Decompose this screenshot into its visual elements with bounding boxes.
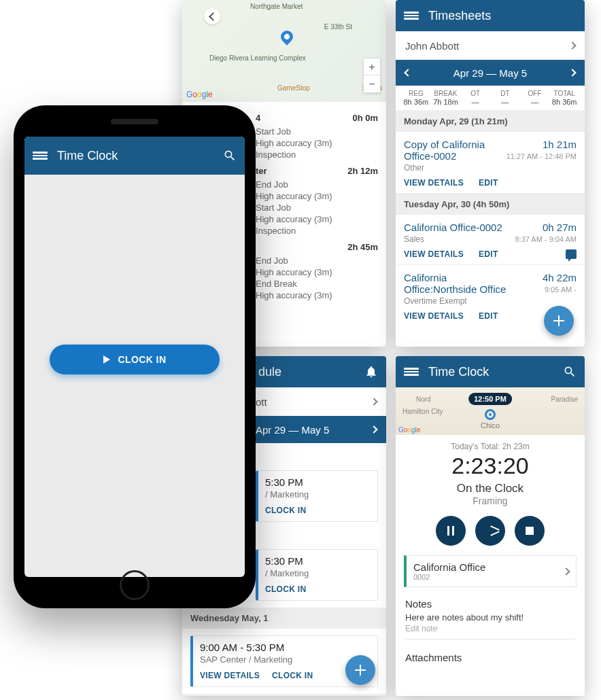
entry-duration: 0h 27m [543, 222, 577, 233]
person-name: ott [256, 396, 267, 408]
menu-icon[interactable] [404, 10, 419, 21]
stat-value: 8h 36m [401, 98, 431, 106]
edit-link[interactable]: EDIT [479, 178, 498, 188]
time-clock-title: Time Clock [428, 365, 563, 379]
google-logo: Google [186, 90, 213, 99]
day-header: Tuesday Apr, 30 (4h 50m) [396, 194, 585, 215]
page-title: Time Clock [57, 149, 223, 163]
stat-label: OFF [520, 90, 550, 97]
timesheets-topbar: Timesheets [396, 0, 585, 31]
view-details-link[interactable]: VIEW DETAILS [404, 311, 464, 321]
search-icon[interactable] [563, 365, 577, 379]
phone-mockup: Time Clock CLOCK IN [14, 105, 256, 608]
log-line: End Job [256, 255, 378, 266]
stat-value: — [460, 98, 490, 106]
person-selector[interactable]: John Abbott [396, 31, 585, 60]
seg-label: 4 [256, 113, 260, 123]
clock-in-link[interactable]: CLOCK IN [265, 506, 306, 515]
phone-screen: Time Clock CLOCK IN [24, 137, 245, 577]
clock-in-button[interactable]: CLOCK IN [50, 345, 220, 374]
job-selector[interactable]: California Office 0002 [404, 555, 577, 587]
timer-display: 2:23:20 [396, 453, 585, 479]
timesheet-entry[interactable]: Copy of California Office-0002 1h 21m 11… [396, 132, 585, 194]
stat-value: 8h 36m [549, 98, 579, 106]
edit-link[interactable]: EDIT [479, 249, 498, 259]
menu-icon[interactable] [33, 150, 48, 161]
entry-category: Other [404, 163, 577, 173]
stat-value: — [490, 98, 520, 106]
seg-duration: 0h 0m [352, 113, 378, 123]
zoom-in[interactable]: + [364, 58, 380, 75]
shift-card[interactable]: 5:30 PM / Marketing CLOCK IN [256, 470, 378, 522]
log-line: Inspection [256, 225, 378, 237]
timesheets-title: Timesheets [428, 9, 577, 23]
stat-label: TOTAL [549, 90, 579, 97]
edit-link[interactable]: EDIT [479, 311, 498, 321]
timesheets-card: Timesheets John Abbott Apr 29 — May 5 RE… [396, 0, 585, 347]
week-range: Apr 29 — May 5 [453, 67, 527, 79]
shift-card[interactable]: 5:30 PM / Marketing CLOCK IN [256, 549, 378, 601]
seg-label: ter [256, 166, 267, 176]
view-details-link[interactable]: VIEW DETAILS [404, 249, 464, 259]
add-fab[interactable] [544, 306, 574, 336]
edit-note-link[interactable]: Edit note [405, 624, 575, 633]
entry-name: Copy of California Office-0002 [404, 139, 513, 162]
stop-button[interactable] [515, 516, 545, 546]
entry-name: California Office-0002 [404, 222, 513, 233]
week-range: Apr 29 — May 5 [256, 424, 371, 436]
chevron-right-icon [370, 398, 377, 405]
job-code: 0002 [413, 573, 564, 581]
stat-label: OT [460, 90, 490, 97]
chevron-right-icon [370, 425, 377, 433]
switch-button[interactable] [475, 516, 505, 546]
task-name: Framing [396, 495, 585, 506]
clock-in-link[interactable]: CLOCK IN [265, 584, 306, 594]
pause-button[interactable] [436, 516, 466, 546]
stat-value: — [520, 98, 550, 106]
phone-earpiece [111, 119, 158, 124]
swap-icon [484, 525, 496, 537]
day-header: Thursday May, 2 [182, 694, 386, 696]
chevron-right-icon [562, 567, 570, 575]
prev-week[interactable] [404, 69, 411, 76]
google-logo: Google [398, 426, 420, 434]
add-fab[interactable] [345, 655, 375, 685]
shift-time: 9:00 AM - 5:30 PM [200, 642, 371, 653]
phone-home-button [120, 570, 150, 600]
view-details-link[interactable]: VIEW DETAILS [404, 178, 464, 188]
log-line: Start Job [256, 202, 378, 213]
view-details-link[interactable]: VIEW DETAILS [200, 671, 260, 680]
day-header: Wednesday May, 1 [182, 608, 386, 629]
menu-icon[interactable] [404, 366, 419, 377]
bell-icon[interactable] [364, 365, 378, 379]
seg-duration: 2h 45m [347, 242, 378, 252]
day-header: Monday Apr, 29 (1h 21m) [396, 111, 585, 132]
next-week[interactable] [568, 69, 576, 76]
person-name: John Abbott [405, 40, 459, 52]
entry-timespan: 8:37 AM - 9:04 AM [515, 235, 577, 243]
log-line: Start Job [256, 126, 378, 137]
timesheet-entry[interactable]: California Office-0002 0h 27m 8:37 AM - … [396, 215, 585, 265]
today-total: Today's Total: 2h 23m [396, 442, 585, 451]
shift-time: 5:30 PM [265, 476, 371, 488]
mini-map[interactable]: Nord Hamilton City Paradise Chico 12:50 … [396, 387, 585, 435]
clock-status: On the Clock [396, 482, 585, 495]
map-zoom[interactable]: +− [363, 58, 381, 93]
comment-icon[interactable] [566, 249, 577, 259]
search-icon[interactable] [223, 149, 237, 162]
stat-label: DT [490, 90, 520, 97]
log-line: High accuracy (3m) [256, 290, 378, 301]
map-poi: Diego Rivera Learning Complex [209, 54, 306, 62]
map-street: E 33th St [324, 23, 352, 31]
map-view[interactable]: Northgate Market Diego Rivera Learning C… [182, 0, 386, 102]
back-button[interactable] [204, 8, 220, 24]
zoom-out[interactable]: − [364, 75, 380, 92]
entry-duration: 1h 21m [543, 139, 577, 150]
log-line: End Break [256, 278, 378, 290]
stat-label: REG [401, 90, 431, 97]
notes-heading: Notes [405, 598, 575, 610]
clock-in-link[interactable]: CLOCK IN [272, 671, 313, 680]
time-clock-running-card: Time Clock Nord Hamilton City Paradise C… [396, 356, 585, 696]
map-label: Hamilton City [402, 408, 443, 415]
job-name: California Office [413, 561, 564, 573]
